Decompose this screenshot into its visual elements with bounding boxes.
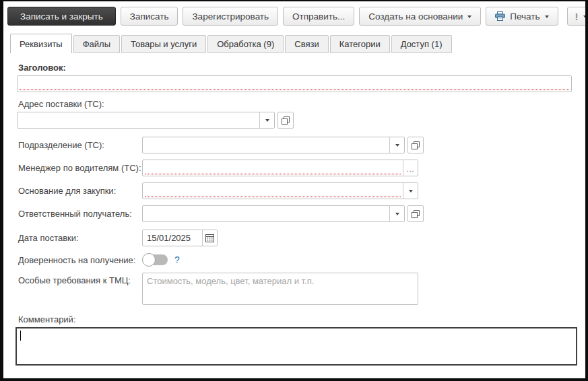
department-label: Подразделение (ТС): xyxy=(17,140,142,150)
tab-label: Товары и услуги xyxy=(131,39,197,49)
title-label: Заголовок: xyxy=(18,63,572,73)
purchase-reason-dropdown-button[interactable] xyxy=(403,183,418,199)
address-open-button[interactable] xyxy=(277,112,294,129)
address-dropdown-button[interactable] xyxy=(259,112,274,128)
responsible-receiver-open-button[interactable] xyxy=(407,205,424,222)
delivery-date-field xyxy=(142,230,218,246)
power-of-attorney-label: Доверенность на получение: xyxy=(17,255,142,265)
save-button[interactable]: Записать xyxy=(121,7,178,26)
title-field xyxy=(17,75,572,92)
save-and-close-button[interactable]: Записать и закрыть xyxy=(7,7,116,26)
send-label: Отправить... xyxy=(292,11,345,22)
address-label: Адрес поставки (ТС): xyxy=(18,99,572,109)
printer-icon xyxy=(495,11,505,21)
toggle-knob xyxy=(142,253,156,267)
open-in-new-icon xyxy=(412,141,420,149)
title-input[interactable] xyxy=(18,76,571,92)
send-button[interactable]: Отправить... xyxy=(283,7,354,26)
driver-manager-label: Менеджер по водителям (ТС): xyxy=(17,163,142,173)
tab-rekvizity[interactable]: Реквизиты xyxy=(10,34,72,53)
document-window: Записать и закрыть Записать Зарегистриро… xyxy=(0,0,588,381)
tab-label: Обработка (9) xyxy=(217,39,274,49)
department-dropdown-button[interactable] xyxy=(389,137,404,153)
comment-textarea[interactable] xyxy=(15,327,577,366)
driver-manager-choose-button[interactable] xyxy=(403,160,418,176)
department-field xyxy=(142,137,405,153)
print-button[interactable]: Печать xyxy=(486,7,558,26)
register-label: Зарегистрировать xyxy=(192,11,269,22)
save-label: Записать xyxy=(130,11,169,22)
tab-label: Файлы xyxy=(83,39,110,49)
calendar-icon xyxy=(205,234,214,242)
tab-bar: Реквизиты Файлы Товары и услуги Обработк… xyxy=(3,34,585,53)
department-open-button[interactable] xyxy=(407,137,424,153)
text-cursor xyxy=(20,331,21,341)
form-content: Заголовок: Адрес поставки (ТС): xyxy=(3,53,585,366)
create-based-on-button[interactable]: Создать на основании xyxy=(359,7,481,26)
register-button[interactable]: Зарегистрировать xyxy=(183,7,278,26)
responsible-receiver-dropdown-button[interactable] xyxy=(389,206,404,221)
department-input[interactable] xyxy=(143,137,389,153)
responsible-receiver-label: Ответственный получатель: xyxy=(17,209,142,219)
chevron-down-icon xyxy=(395,144,399,147)
chevron-down-icon xyxy=(545,15,549,18)
special-requirements-label: Особые требования к ТМЦ: xyxy=(17,273,142,285)
tab-dostup[interactable]: Доступ (1) xyxy=(391,35,452,53)
ellipsis-icon xyxy=(406,162,414,174)
purchase-reason-field xyxy=(142,182,418,199)
chevron-down-icon xyxy=(409,190,413,193)
delivery-date-input[interactable] xyxy=(143,230,202,246)
exclamation-icon: ! xyxy=(575,11,579,22)
print-label: Печать xyxy=(510,11,540,22)
tab-svyazi[interactable]: Связи xyxy=(285,35,328,53)
calendar-button[interactable] xyxy=(202,230,217,246)
responsible-receiver-field xyxy=(142,205,405,222)
toolbar: Записать и закрыть Записать Зарегистриро… xyxy=(3,1,585,28)
tab-label: Категории xyxy=(339,39,381,49)
address-input[interactable] xyxy=(18,112,259,128)
tab-label: Доступ (1) xyxy=(401,39,443,49)
tab-label: Связи xyxy=(294,39,319,49)
purchase-reason-input[interactable] xyxy=(143,183,403,199)
tab-kategorii[interactable]: Категории xyxy=(330,35,390,53)
comment-label: Комментарий: xyxy=(18,314,572,324)
important-button[interactable]: ! xyxy=(567,7,588,26)
power-of-attorney-help-link[interactable]: ? xyxy=(174,254,180,265)
purchase-reason-label: Основание для закупки: xyxy=(17,186,142,196)
chevron-down-icon xyxy=(395,213,399,215)
power-of-attorney-toggle[interactable] xyxy=(143,254,168,265)
open-in-new-icon xyxy=(412,210,420,218)
responsible-receiver-input[interactable] xyxy=(143,206,389,221)
delivery-date-label: Дата поставки: xyxy=(17,233,142,243)
driver-manager-input[interactable] xyxy=(143,160,403,176)
create-based-on-label: Создать на основании xyxy=(368,11,463,22)
driver-manager-field xyxy=(142,160,418,176)
tab-label: Реквизиты xyxy=(20,39,63,49)
save-and-close-label: Записать и закрыть xyxy=(20,11,103,22)
tab-obrabotka[interactable]: Обработка (9) xyxy=(207,35,284,53)
address-field xyxy=(17,112,275,129)
tab-tovary-i-uslugi[interactable]: Товары и услуги xyxy=(121,35,206,53)
chevron-down-icon xyxy=(467,15,471,18)
tab-fajly[interactable]: Файлы xyxy=(73,35,120,53)
chevron-down-icon xyxy=(265,119,269,122)
chevron-down-icon xyxy=(583,15,587,18)
special-requirements-textarea[interactable] xyxy=(142,273,418,305)
open-in-new-icon xyxy=(282,116,290,125)
